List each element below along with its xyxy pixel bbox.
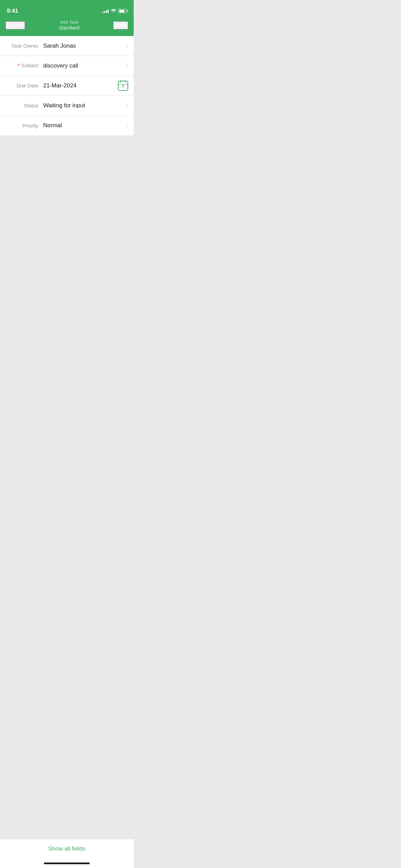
calendar-icon[interactable]: 1 — [118, 81, 128, 91]
signal-bar-1 — [102, 12, 104, 13]
wifi-icon — [111, 9, 116, 14]
battery-icon — [118, 9, 127, 13]
battery-fill — [119, 10, 124, 12]
status-time: 9:41 — [7, 8, 18, 14]
task-owner-label: Task Owner — [5, 43, 43, 49]
signal-bar-4 — [108, 9, 109, 13]
nav-center: Add Task Standard — [25, 20, 113, 31]
task-owner-value: Sarah Jonas — [43, 43, 124, 49]
task-owner-row[interactable]: Task Owner Sarah Jonas › — [0, 36, 134, 56]
priority-row[interactable]: Priority Normal › — [0, 116, 134, 135]
due-date-value: 21-Mar-2024 — [43, 82, 115, 89]
nav-bar: Cancel Add Task Standard Save — [0, 17, 134, 36]
subject-row[interactable]: ＊Subject discovery call › — [0, 56, 134, 76]
status-value: Waiting for input — [43, 102, 124, 109]
form-section: Task Owner Sarah Jonas › ＊Subject discov… — [0, 36, 134, 135]
due-date-row[interactable]: Due Date 21-Mar-2024 1 — [0, 76, 134, 96]
cancel-button[interactable]: Cancel — [5, 21, 25, 29]
task-owner-chevron-icon: › — [126, 43, 128, 49]
content-area: Task Owner Sarah Jonas › ＊Subject discov… — [0, 36, 134, 289]
status-icons — [102, 9, 127, 14]
priority-chevron-icon: › — [126, 122, 128, 129]
calendar-line — [119, 84, 127, 85]
signal-bars-icon — [102, 9, 109, 13]
subject-chevron-icon: › — [126, 63, 128, 69]
required-star-icon: ＊ — [16, 62, 21, 68]
status-label: Status — [5, 103, 43, 108]
priority-label: Priority — [5, 123, 43, 129]
status-chevron-icon: › — [126, 103, 128, 109]
nav-title: Add Task — [25, 20, 113, 25]
page: 9:41 Cancel Add Task — [0, 0, 134, 289]
nav-subtitle: Standard — [25, 25, 113, 31]
signal-bar-2 — [104, 11, 105, 13]
status-bar: 9:41 — [0, 0, 134, 17]
due-date-label: Due Date — [5, 83, 43, 88]
empty-area — [0, 135, 134, 289]
status-row[interactable]: Status Waiting for input › — [0, 96, 134, 116]
subject-value: discovery call — [43, 62, 124, 69]
priority-value: Normal — [43, 122, 124, 129]
subject-label: ＊Subject — [5, 62, 43, 69]
save-button[interactable]: Save — [113, 21, 128, 29]
signal-bar-3 — [106, 10, 107, 13]
